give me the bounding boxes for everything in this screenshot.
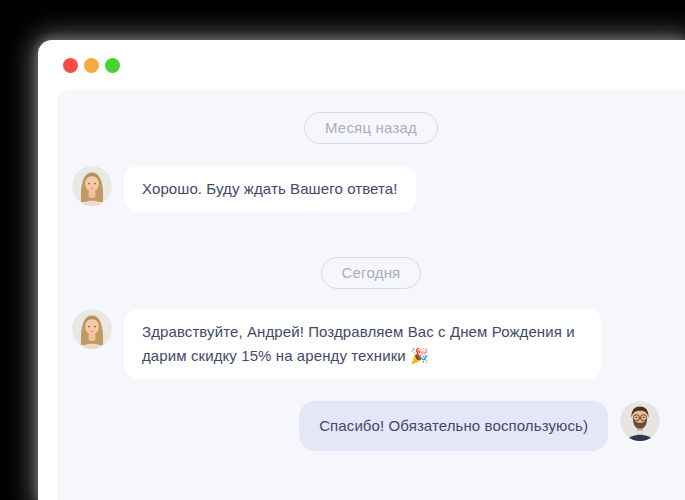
message-row-incoming: Хорошо. Буду ждать Вашего ответа! xyxy=(57,166,685,212)
date-divider-label: Сегодня xyxy=(321,257,422,289)
close-button[interactable] xyxy=(63,58,78,73)
page-background: Месяц назад Хорошо. xyxy=(0,0,685,500)
maximize-button[interactable] xyxy=(105,58,120,73)
woman-avatar xyxy=(72,309,112,349)
chat-window: Месяц назад Хорошо. xyxy=(38,40,685,500)
woman-avatar xyxy=(72,166,112,206)
message-bubble: Здравствуйте, Андрей! Поздравляем Вас с … xyxy=(124,309,602,379)
chat-area: Месяц назад Хорошо. xyxy=(57,90,685,500)
date-divider-today: Сегодня xyxy=(57,257,685,289)
message-bubble: Спасибо! Обязательно воспользуюсь) xyxy=(299,401,608,451)
message-bubble: Хорошо. Буду ждать Вашего ответа! xyxy=(124,166,416,212)
message-row-incoming: Здравствуйте, Андрей! Поздравляем Вас с … xyxy=(57,309,685,379)
window-titlebar xyxy=(38,40,685,90)
message-row-outgoing: Спасибо! Обязательно воспользуюсь) xyxy=(57,401,685,451)
man-avatar xyxy=(620,401,660,441)
date-divider-month-ago: Месяц назад xyxy=(57,112,685,144)
date-divider-label: Месяц назад xyxy=(304,112,438,144)
minimize-button[interactable] xyxy=(84,58,99,73)
